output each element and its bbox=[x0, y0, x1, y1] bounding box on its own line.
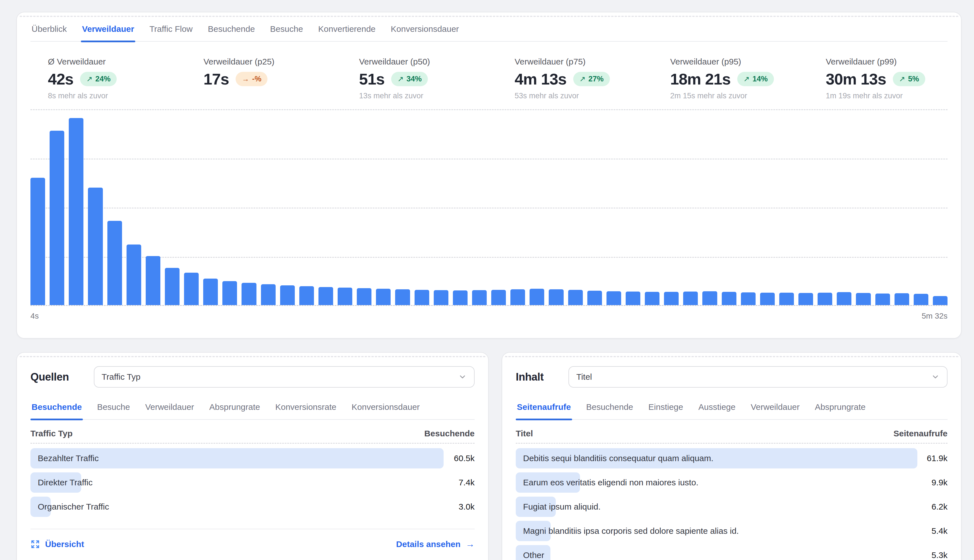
stat-value: 30m 13s bbox=[826, 70, 886, 88]
details-link[interactable]: Details ansehen → bbox=[396, 539, 475, 549]
histogram-bar bbox=[50, 131, 64, 305]
table-row[interactable]: Fugiat ipsum aliquid. 6.2k bbox=[516, 497, 947, 517]
row-value: 3.0k bbox=[459, 502, 475, 512]
histogram-bar bbox=[165, 268, 180, 305]
main-tab-label: Konvertierende bbox=[318, 24, 375, 33]
stat-label: Verweildauer (p50) bbox=[359, 57, 515, 67]
histogram-bar bbox=[568, 290, 583, 305]
content-card: Inhalt Titel SeitenaufrufeBesuchendeEins… bbox=[502, 352, 962, 560]
sources-dimension-select[interactable]: Traffic Typ bbox=[94, 366, 475, 388]
main-tab[interactable]: Konvertierende bbox=[317, 24, 377, 41]
main-tab[interactable]: Verweildauer bbox=[81, 24, 135, 41]
table-row[interactable]: Organischer Traffic 3.0k bbox=[30, 497, 475, 517]
histogram-bar bbox=[107, 221, 122, 305]
sources-metric-tab[interactable]: Konversionsrate bbox=[274, 402, 338, 419]
stat-subtext: 2m 15s mehr als zuvor bbox=[670, 92, 826, 100]
content-metric-tab[interactable]: Ausstiege bbox=[697, 402, 737, 419]
content-metric-tab-label: Absprungrate bbox=[815, 402, 866, 412]
histogram-bar bbox=[491, 290, 506, 305]
content-dimension-select[interactable]: Titel bbox=[569, 366, 947, 388]
main-tab[interactable]: Traffic Flow bbox=[148, 24, 193, 41]
sources-metric-tab[interactable]: Besuche bbox=[96, 402, 131, 419]
main-tab[interactable]: Besuchende bbox=[207, 24, 256, 41]
sources-card-header: Quellen Traffic Typ bbox=[30, 366, 475, 388]
content-card-title: Inhalt bbox=[516, 371, 544, 383]
histogram-bar bbox=[760, 293, 775, 305]
trend-badge-label: 24% bbox=[95, 75, 110, 83]
sources-table: Bezahlter Traffic 60.5k Direkter Traffic… bbox=[30, 448, 475, 517]
content-metric-tab[interactable]: Absprungrate bbox=[814, 402, 867, 419]
trend-arrow-icon: → bbox=[242, 75, 249, 83]
content-metric-tab[interactable]: Einstiege bbox=[647, 402, 684, 419]
stat-value: 4m 13s bbox=[515, 70, 567, 88]
content-metric-tab-label: Seitenaufrufe bbox=[517, 402, 571, 412]
stat-value-row: 4m 13s ↗27% bbox=[515, 70, 670, 88]
histogram-bar bbox=[702, 291, 717, 305]
stat-tile: Verweildauer (p99) 30m 13s ↗5% 1m 19s me… bbox=[826, 57, 947, 100]
trend-arrow-icon: ↗ bbox=[744, 75, 750, 83]
histogram-bar bbox=[88, 188, 103, 305]
histogram-bars bbox=[30, 109, 947, 306]
content-metric-tab-label: Verweildauer bbox=[751, 402, 799, 412]
stat-subtext: 8s mehr als zuvor bbox=[48, 92, 203, 100]
table-row[interactable]: Bezahlter Traffic 60.5k bbox=[30, 448, 475, 468]
trend-badge: ↗14% bbox=[737, 72, 774, 86]
trend-badge-label: 5% bbox=[908, 75, 919, 83]
main-tab[interactable]: Besuche bbox=[269, 24, 304, 41]
histogram-bar bbox=[280, 285, 295, 305]
stat-label: Verweildauer (p25) bbox=[203, 57, 359, 67]
trend-arrow-icon: ↗ bbox=[397, 75, 404, 83]
main-tab[interactable]: Überblick bbox=[30, 24, 68, 41]
sources-metric-tab[interactable]: Besuchende bbox=[30, 402, 83, 419]
sources-metric-tab[interactable]: Konversionsdauer bbox=[350, 402, 421, 419]
trend-badge: ↗24% bbox=[80, 72, 117, 86]
histogram-bar bbox=[779, 293, 794, 305]
trend-badge-label: 34% bbox=[406, 75, 422, 83]
content-metric-tab-label: Besuchende bbox=[586, 402, 633, 412]
table-row[interactable]: Debitis sequi blanditiis consequatur qua… bbox=[516, 448, 947, 468]
histogram-bar bbox=[338, 288, 352, 305]
histogram-bar bbox=[837, 292, 851, 305]
main-tab-label: Traffic Flow bbox=[149, 24, 192, 33]
row-value: 5.4k bbox=[931, 526, 947, 536]
header-separator bbox=[516, 443, 947, 444]
stat-value-row: 17s →-% bbox=[203, 70, 359, 88]
duration-stats-row: Ø Verweildauer 42s ↗24% 8s mehr als zuvo… bbox=[48, 57, 947, 100]
overview-button[interactable]: Übersicht bbox=[30, 540, 84, 549]
content-metric-tab[interactable]: Besuchende bbox=[585, 402, 634, 419]
row-value: 6.2k bbox=[931, 502, 947, 512]
histogram-bar bbox=[510, 289, 525, 305]
main-tab-label: Überblick bbox=[32, 24, 67, 33]
main-tab-label: Verweildauer bbox=[82, 24, 134, 33]
content-table-header: Titel Seitenaufrufe bbox=[516, 429, 947, 438]
row-value: 61.9k bbox=[927, 453, 947, 463]
stat-subtext: 53s mehr als zuvor bbox=[515, 92, 670, 100]
content-metric-tab[interactable]: Verweildauer bbox=[750, 402, 801, 419]
x-axis-first-label: 4s bbox=[30, 312, 39, 320]
histogram-bar bbox=[434, 290, 449, 305]
table-row[interactable]: Direkter Traffic 7.4k bbox=[30, 472, 475, 493]
histogram-bar bbox=[395, 289, 410, 305]
histogram-bar bbox=[683, 292, 698, 305]
histogram-bar bbox=[894, 293, 909, 305]
content-metric-tab-label: Ausstiege bbox=[698, 402, 736, 412]
content-value-column-header: Seitenaufrufe bbox=[893, 429, 947, 438]
sources-table-header: Traffic Typ Besuchende bbox=[30, 429, 475, 438]
sources-metric-tab[interactable]: Verweildauer bbox=[144, 402, 195, 419]
expand-icon bbox=[30, 540, 40, 549]
row-label: Earum eos veritatis eligendi non maiores… bbox=[523, 478, 698, 487]
stat-label: Ø Verweildauer bbox=[48, 57, 203, 67]
histogram-bar bbox=[607, 291, 621, 305]
sources-label-column-header: Traffic Typ bbox=[30, 429, 72, 438]
sources-metric-tab[interactable]: Absprungrate bbox=[208, 402, 261, 419]
histogram-bar bbox=[645, 292, 659, 305]
table-row[interactable]: Earum eos veritatis eligendi non maiores… bbox=[516, 472, 947, 493]
sources-metric-tab-label: Konversionsdauer bbox=[352, 402, 420, 412]
chevron-down-icon bbox=[458, 373, 467, 381]
main-tab[interactable]: Konversionsdauer bbox=[390, 24, 460, 41]
content-metric-tab[interactable]: Seitenaufrufe bbox=[516, 402, 572, 419]
trend-badge: ↗27% bbox=[573, 72, 610, 86]
table-row[interactable]: Magni blanditiis ipsa corporis sed dolor… bbox=[516, 521, 947, 541]
table-row[interactable]: Other 5.3k bbox=[516, 545, 947, 560]
stat-label: Verweildauer (p99) bbox=[826, 57, 947, 67]
